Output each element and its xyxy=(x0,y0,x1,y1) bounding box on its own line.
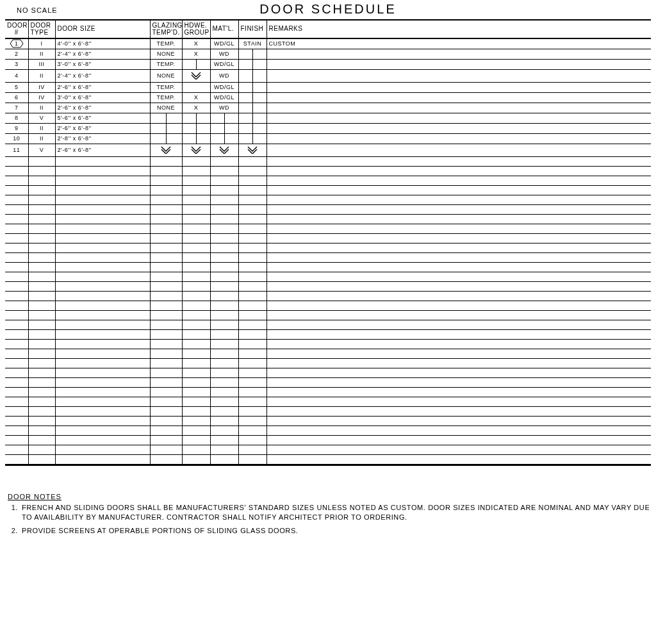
cell-glazing: TEMP. xyxy=(150,38,182,49)
table-header-row: DOOR # DOOR TYPE DOOR SIZE GLAZING TEMP'… xyxy=(5,21,651,38)
empty-cell xyxy=(5,445,28,455)
cell-door-type: V xyxy=(28,113,55,124)
table-row xyxy=(5,263,651,272)
empty-cell xyxy=(150,330,182,340)
empty-cell xyxy=(266,205,651,215)
empty-cell xyxy=(238,244,266,253)
table-row xyxy=(5,445,651,455)
empty-cell xyxy=(238,292,266,301)
empty-cell xyxy=(238,176,266,186)
empty-cell xyxy=(28,311,55,320)
cell-matl xyxy=(210,113,238,124)
cell-door-size: 3'-0'' x 6'-8'' xyxy=(55,93,150,103)
empty-cell xyxy=(182,253,210,263)
cell-matl: WD/GL xyxy=(210,83,238,93)
empty-cell xyxy=(238,186,266,195)
cell-remarks xyxy=(266,124,651,134)
cell-matl: WD xyxy=(210,103,238,113)
cell-hdwe xyxy=(182,70,210,83)
empty-cell xyxy=(238,436,266,445)
empty-cell xyxy=(182,455,210,465)
empty-cell xyxy=(55,349,150,359)
table-row xyxy=(5,368,651,378)
empty-cell xyxy=(5,157,28,167)
cell-door-size: 4'-0'' x 6'-8'' xyxy=(55,38,150,49)
empty-cell xyxy=(266,445,651,455)
empty-cell xyxy=(55,205,150,215)
empty-cell xyxy=(238,417,266,426)
cell-matl xyxy=(210,134,238,144)
cell-door-num: 7 xyxy=(5,103,28,113)
notes-title: DOOR NOTES xyxy=(8,493,651,500)
empty-cell xyxy=(182,349,210,359)
empty-cell xyxy=(5,320,28,330)
table-row: 7II2'-6'' x 6'-8''NONEXWD xyxy=(5,103,651,113)
empty-cell xyxy=(210,205,238,215)
empty-cell xyxy=(266,378,651,388)
cell-matl xyxy=(210,144,238,157)
cell-hdwe xyxy=(182,124,210,134)
cell-door-type: II xyxy=(28,70,55,83)
cell-door-num: 4 xyxy=(5,70,28,83)
cell-matl xyxy=(210,124,238,134)
empty-cell xyxy=(238,234,266,244)
page-title: DOOR SCHEDULE xyxy=(5,2,651,17)
note-number: 2. xyxy=(8,526,18,536)
door-schedule-table-wrap: DOOR # DOOR TYPE DOOR SIZE GLAZING TEMP'… xyxy=(5,19,651,466)
empty-cell xyxy=(55,340,150,349)
cell-door-size: 2'-6'' x 6'-8'' xyxy=(55,124,150,134)
cell-hdwe: X xyxy=(182,93,210,103)
cell-remarks xyxy=(266,103,651,113)
empty-cell xyxy=(266,234,651,244)
empty-cell xyxy=(266,417,651,426)
empty-cell xyxy=(55,282,150,292)
cell-glazing: NONE xyxy=(150,49,182,60)
cell-door-num: 6 xyxy=(5,93,28,103)
empty-cell xyxy=(210,311,238,320)
empty-cell xyxy=(266,426,651,436)
empty-cell xyxy=(55,176,150,186)
empty-cell xyxy=(238,253,266,263)
table-row: 5IV2'-6'' x 6'-8''TEMP.WD/GL xyxy=(5,83,651,93)
empty-cell xyxy=(150,320,182,330)
empty-cell xyxy=(5,340,28,349)
empty-cell xyxy=(210,176,238,186)
empty-cell xyxy=(210,320,238,330)
table-row xyxy=(5,436,651,445)
cell-finish xyxy=(238,70,266,83)
cell-hdwe xyxy=(182,83,210,93)
empty-cell xyxy=(238,282,266,292)
empty-cell xyxy=(150,263,182,272)
empty-cell xyxy=(210,292,238,301)
empty-cell xyxy=(182,215,210,224)
empty-cell xyxy=(238,263,266,272)
empty-cell xyxy=(150,292,182,301)
empty-cell xyxy=(238,349,266,359)
table-row xyxy=(5,397,651,407)
empty-cell xyxy=(210,397,238,407)
empty-cell xyxy=(28,340,55,349)
empty-cell xyxy=(55,455,150,465)
empty-cell xyxy=(266,397,651,407)
note-item: 2.PROVIDE SCREENS AT OPERABLE PORTIONS O… xyxy=(8,526,651,536)
table-row xyxy=(5,176,651,186)
cell-remarks xyxy=(266,134,651,144)
empty-cell xyxy=(5,359,28,368)
empty-cell xyxy=(266,349,651,359)
table-row: 4II2'-4'' x 6'-8''NONEWD xyxy=(5,70,651,83)
empty-cell xyxy=(210,436,238,445)
cell-finish xyxy=(238,134,266,144)
empty-cell xyxy=(266,455,651,465)
empty-cell xyxy=(150,195,182,205)
empty-cell xyxy=(150,445,182,455)
empty-cell xyxy=(150,157,182,167)
empty-cell xyxy=(210,272,238,282)
table-row: 10II2'-8'' x 6'-8'' xyxy=(5,134,651,144)
cell-finish xyxy=(238,144,266,157)
cell-remarks xyxy=(266,60,651,70)
empty-cell xyxy=(55,436,150,445)
cell-finish: STAIN xyxy=(238,38,266,49)
table-row xyxy=(5,224,651,234)
empty-cell xyxy=(28,407,55,417)
empty-cell xyxy=(182,426,210,436)
